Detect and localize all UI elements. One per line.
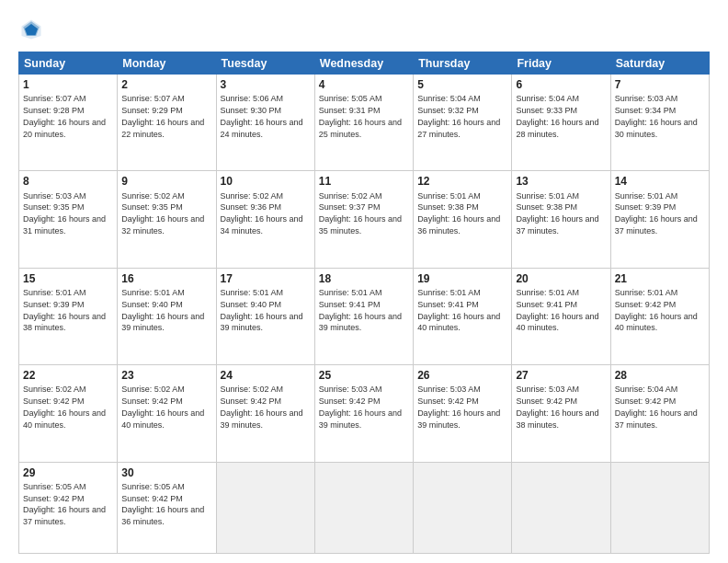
calendar-cell: 11Sunrise: 5:02 AMSunset: 9:37 PMDayligh… bbox=[314, 171, 413, 268]
day-info: Sunrise: 5:05 AMSunset: 9:31 PMDaylight:… bbox=[319, 94, 402, 138]
day-number: 11 bbox=[319, 174, 409, 189]
day-info: Sunrise: 5:05 AMSunset: 9:42 PMDaylight:… bbox=[23, 482, 106, 526]
day-number: 15 bbox=[23, 271, 113, 286]
day-number: 23 bbox=[121, 368, 211, 383]
calendar-cell: 4Sunrise: 5:05 AMSunset: 9:31 PMDaylight… bbox=[314, 75, 413, 171]
calendar-cell bbox=[314, 462, 413, 553]
weekday-header-friday: Friday bbox=[512, 52, 610, 75]
day-info: Sunrise: 5:01 AMSunset: 9:38 PMDaylight:… bbox=[417, 191, 500, 236]
calendar-cell bbox=[414, 462, 512, 553]
day-number: 30 bbox=[121, 465, 211, 480]
day-info: Sunrise: 5:02 AMSunset: 9:36 PMDaylight:… bbox=[221, 191, 303, 236]
calendar-cell: 17Sunrise: 5:01 AMSunset: 9:40 PMDayligh… bbox=[216, 268, 314, 364]
day-number: 4 bbox=[319, 77, 409, 92]
day-number: 22 bbox=[23, 368, 113, 383]
day-info: Sunrise: 5:04 AMSunset: 9:42 PMDaylight:… bbox=[615, 385, 698, 429]
calendar-cell bbox=[512, 462, 610, 553]
calendar-cell: 22Sunrise: 5:02 AMSunset: 9:42 PMDayligh… bbox=[19, 365, 118, 462]
day-info: Sunrise: 5:01 AMSunset: 9:38 PMDaylight:… bbox=[516, 191, 598, 236]
calendar-cell: 10Sunrise: 5:02 AMSunset: 9:36 PMDayligh… bbox=[216, 171, 314, 268]
day-number: 9 bbox=[121, 174, 211, 189]
day-number: 17 bbox=[221, 271, 311, 286]
day-info: Sunrise: 5:01 AMSunset: 9:42 PMDaylight:… bbox=[615, 288, 698, 332]
calendar-cell: 16Sunrise: 5:01 AMSunset: 9:40 PMDayligh… bbox=[118, 268, 216, 364]
day-number: 5 bbox=[417, 77, 507, 92]
calendar-cell: 23Sunrise: 5:02 AMSunset: 9:42 PMDayligh… bbox=[118, 365, 216, 462]
calendar-cell: 2Sunrise: 5:07 AMSunset: 9:29 PMDaylight… bbox=[118, 75, 216, 171]
day-number: 3 bbox=[221, 77, 311, 92]
day-number: 18 bbox=[319, 271, 409, 286]
day-info: Sunrise: 5:01 AMSunset: 9:41 PMDaylight:… bbox=[516, 288, 598, 332]
day-number: 7 bbox=[615, 77, 705, 92]
day-number: 8 bbox=[23, 174, 113, 189]
general-blue-logo-icon bbox=[18, 17, 44, 42]
calendar-cell bbox=[216, 462, 314, 553]
calendar-cell: 28Sunrise: 5:04 AMSunset: 9:42 PMDayligh… bbox=[610, 365, 709, 462]
day-info: Sunrise: 5:02 AMSunset: 9:37 PMDaylight:… bbox=[319, 191, 402, 236]
calendar-cell: 6Sunrise: 5:04 AMSunset: 9:33 PMDaylight… bbox=[512, 75, 610, 171]
day-number: 12 bbox=[417, 174, 507, 189]
calendar-cell: 25Sunrise: 5:03 AMSunset: 9:42 PMDayligh… bbox=[314, 365, 413, 462]
calendar-cell: 30Sunrise: 5:05 AMSunset: 9:42 PMDayligh… bbox=[118, 462, 216, 553]
day-info: Sunrise: 5:05 AMSunset: 9:42 PMDaylight:… bbox=[121, 482, 204, 526]
day-info: Sunrise: 5:04 AMSunset: 9:33 PMDaylight:… bbox=[516, 94, 598, 138]
day-number: 26 bbox=[417, 368, 507, 383]
day-info: Sunrise: 5:02 AMSunset: 9:35 PMDaylight:… bbox=[121, 191, 204, 236]
calendar-cell: 26Sunrise: 5:03 AMSunset: 9:42 PMDayligh… bbox=[414, 365, 512, 462]
calendar-cell: 18Sunrise: 5:01 AMSunset: 9:41 PMDayligh… bbox=[314, 268, 413, 364]
day-info: Sunrise: 5:03 AMSunset: 9:42 PMDaylight:… bbox=[319, 385, 402, 429]
day-number: 20 bbox=[516, 271, 606, 286]
calendar-cell: 21Sunrise: 5:01 AMSunset: 9:42 PMDayligh… bbox=[610, 268, 709, 364]
weekday-header-monday: Monday bbox=[118, 52, 216, 75]
calendar-cell: 8Sunrise: 5:03 AMSunset: 9:35 PMDaylight… bbox=[19, 171, 118, 268]
weekday-header-wednesday: Wednesday bbox=[314, 52, 413, 75]
day-info: Sunrise: 5:06 AMSunset: 9:30 PMDaylight:… bbox=[221, 94, 303, 138]
calendar-cell: 29Sunrise: 5:05 AMSunset: 9:42 PMDayligh… bbox=[19, 462, 118, 553]
day-info: Sunrise: 5:01 AMSunset: 9:39 PMDaylight:… bbox=[23, 288, 106, 332]
weekday-header-thursday: Thursday bbox=[414, 52, 512, 75]
day-info: Sunrise: 5:03 AMSunset: 9:42 PMDaylight:… bbox=[417, 385, 500, 429]
day-number: 21 bbox=[615, 271, 705, 286]
day-number: 6 bbox=[516, 77, 606, 92]
day-number: 14 bbox=[615, 174, 705, 189]
calendar-table: SundayMondayTuesdayWednesdayThursdayFrid… bbox=[18, 52, 710, 554]
day-info: Sunrise: 5:03 AMSunset: 9:42 PMDaylight:… bbox=[516, 385, 598, 429]
day-info: Sunrise: 5:01 AMSunset: 9:40 PMDaylight:… bbox=[221, 288, 303, 332]
calendar-cell: 13Sunrise: 5:01 AMSunset: 9:38 PMDayligh… bbox=[512, 171, 610, 268]
day-info: Sunrise: 5:03 AMSunset: 9:35 PMDaylight:… bbox=[23, 191, 106, 236]
day-info: Sunrise: 5:01 AMSunset: 9:40 PMDaylight:… bbox=[121, 288, 204, 332]
day-info: Sunrise: 5:02 AMSunset: 9:42 PMDaylight:… bbox=[221, 385, 303, 429]
day-number: 10 bbox=[221, 174, 311, 189]
day-number: 13 bbox=[516, 174, 606, 189]
calendar-cell: 9Sunrise: 5:02 AMSunset: 9:35 PMDaylight… bbox=[118, 171, 216, 268]
calendar-cell: 27Sunrise: 5:03 AMSunset: 9:42 PMDayligh… bbox=[512, 365, 610, 462]
calendar-cell: 12Sunrise: 5:01 AMSunset: 9:38 PMDayligh… bbox=[414, 171, 512, 268]
day-number: 24 bbox=[221, 368, 311, 383]
day-info: Sunrise: 5:07 AMSunset: 9:29 PMDaylight:… bbox=[121, 94, 204, 138]
calendar-cell: 19Sunrise: 5:01 AMSunset: 9:41 PMDayligh… bbox=[414, 268, 512, 364]
weekday-header-tuesday: Tuesday bbox=[216, 52, 314, 75]
day-info: Sunrise: 5:02 AMSunset: 9:42 PMDaylight:… bbox=[121, 385, 204, 429]
day-info: Sunrise: 5:01 AMSunset: 9:39 PMDaylight:… bbox=[615, 191, 698, 236]
calendar-cell: 7Sunrise: 5:03 AMSunset: 9:34 PMDaylight… bbox=[610, 75, 709, 171]
calendar-cell bbox=[610, 462, 709, 553]
calendar-cell: 5Sunrise: 5:04 AMSunset: 9:32 PMDaylight… bbox=[414, 75, 512, 171]
day-info: Sunrise: 5:03 AMSunset: 9:34 PMDaylight:… bbox=[615, 94, 698, 138]
day-number: 16 bbox=[121, 271, 211, 286]
weekday-header-saturday: Saturday bbox=[610, 52, 709, 75]
day-number: 2 bbox=[121, 77, 211, 92]
day-info: Sunrise: 5:07 AMSunset: 9:28 PMDaylight:… bbox=[23, 94, 106, 138]
day-number: 29 bbox=[23, 465, 113, 480]
day-info: Sunrise: 5:04 AMSunset: 9:32 PMDaylight:… bbox=[417, 94, 500, 138]
day-info: Sunrise: 5:01 AMSunset: 9:41 PMDaylight:… bbox=[319, 288, 402, 332]
day-number: 25 bbox=[319, 368, 409, 383]
day-number: 1 bbox=[23, 77, 113, 92]
day-number: 19 bbox=[417, 271, 507, 286]
calendar-cell: 20Sunrise: 5:01 AMSunset: 9:41 PMDayligh… bbox=[512, 268, 610, 364]
calendar-cell: 24Sunrise: 5:02 AMSunset: 9:42 PMDayligh… bbox=[216, 365, 314, 462]
calendar-cell: 15Sunrise: 5:01 AMSunset: 9:39 PMDayligh… bbox=[19, 268, 118, 364]
day-number: 27 bbox=[516, 368, 606, 383]
calendar-cell: 3Sunrise: 5:06 AMSunset: 9:30 PMDaylight… bbox=[216, 75, 314, 171]
day-number: 28 bbox=[615, 368, 705, 383]
day-info: Sunrise: 5:02 AMSunset: 9:42 PMDaylight:… bbox=[23, 385, 106, 429]
